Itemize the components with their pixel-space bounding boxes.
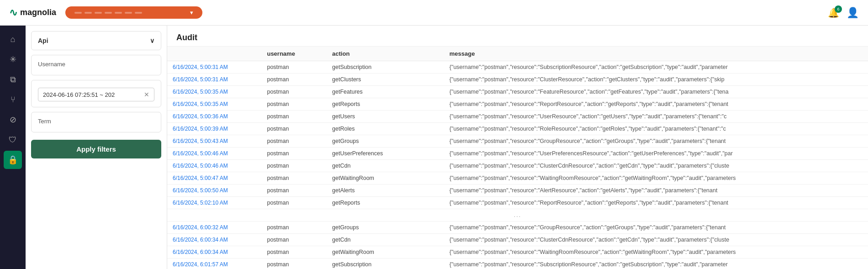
- cell-username: postman: [261, 74, 327, 86]
- table-row: 6/16/2024, 5:00:46 AM postman getCdn {"u…: [167, 160, 868, 172]
- cell-message: {"username":"postman","resource":"GroupR…: [444, 222, 868, 234]
- cell-message: {"username":"postman","resource":"Featur…: [444, 86, 868, 98]
- table-row: 6/16/2024, 5:00:31 AM postman getCluster…: [167, 74, 868, 86]
- cell-username: postman: [261, 135, 327, 148]
- cell-action: getClusters: [327, 74, 444, 86]
- main-layout: ⌂ ✳ ⧉ ⑂ ⊘ 🛡 🔒 Api ∨ Username ✕ Te: [0, 26, 868, 269]
- nav-pill-chevron: ▾: [190, 9, 193, 16]
- rail-layers-icon[interactable]: ⧉: [4, 70, 22, 89]
- pill-seg-4: [105, 12, 112, 14]
- nav-pill-inner: [74, 12, 142, 14]
- cell-username: postman: [261, 246, 327, 258]
- cell-message: {"username":"postman","resource":"Report…: [444, 197, 868, 209]
- audit-table-container[interactable]: username action message 6/16/2024, 5:00:…: [167, 47, 868, 269]
- cell-time: 6/16/2024, 5:00:31 AM: [167, 61, 261, 74]
- table-row: 6/16/2024, 6:00:34 AM postman getWaiting…: [167, 246, 868, 258]
- table-row: 6/16/2024, 6:01:57 AM postman getSubscri…: [167, 258, 868, 269]
- table-row: 6/16/2024, 6:00:32 AM postman getGroups …: [167, 222, 868, 234]
- api-section-header[interactable]: Api ∨: [38, 37, 154, 44]
- rail-shield-icon[interactable]: 🛡: [4, 131, 22, 149]
- clear-date-icon[interactable]: ✕: [144, 91, 149, 98]
- pill-seg-7: [135, 12, 142, 14]
- cell-action: getCdn: [327, 234, 444, 246]
- cell-time: 6/16/2024, 5:00:43 AM: [167, 135, 261, 148]
- table-row: 6/16/2024, 5:00:47 AM postman getWaiting…: [167, 172, 868, 185]
- pill-seg-1: [74, 12, 82, 14]
- table-header: username action message: [167, 47, 868, 61]
- table-row: 6/16/2024, 5:00:39 AM postman getRoles {…: [167, 123, 868, 135]
- cell-message: {"username":"postman","resource":"AlertR…: [444, 185, 868, 197]
- content-area: Audit username action message 6/16/2024,…: [167, 26, 868, 269]
- table-row: 6/16/2024, 5:00:50 AM postman getAlerts …: [167, 185, 868, 197]
- rail-home-icon[interactable]: ⌂: [4, 30, 22, 48]
- col-username: username: [261, 47, 327, 61]
- apply-filters-button[interactable]: Apply filters: [31, 140, 161, 158]
- nav-pill[interactable]: ▾: [65, 6, 202, 19]
- cell-time: 6/16/2024, 5:00:46 AM: [167, 160, 261, 172]
- date-range-input[interactable]: [43, 91, 141, 98]
- cell-action: getUsers: [327, 111, 444, 123]
- table-row: 6/16/2024, 5:00:35 AM postman getFeature…: [167, 86, 868, 98]
- rail-branch-icon[interactable]: ⑂: [4, 90, 22, 109]
- cell-action: getWaitingRoom: [327, 172, 444, 185]
- cell-action: getFeatures: [327, 86, 444, 98]
- table-row: 6/16/2024, 5:02:10 AM postman getReports…: [167, 197, 868, 209]
- cell-action: getSubscription: [327, 61, 444, 74]
- rail-asterisk-icon[interactable]: ✳: [4, 50, 22, 69]
- notifications-badge: 6: [835, 5, 842, 13]
- table-row: 6/16/2024, 5:00:43 AM postman getGroups …: [167, 135, 868, 148]
- cell-message: {"username":"postman","resource":"Waitin…: [444, 172, 868, 185]
- cell-time: 6/16/2024, 5:00:36 AM: [167, 111, 261, 123]
- topbar-left: ∿ magnolia ▾: [9, 6, 202, 19]
- table-row: 6/16/2024, 6:00:34 AM postman getCdn {"u…: [167, 234, 868, 246]
- cell-message: {"username":"postman","resource":"Subscr…: [444, 258, 868, 269]
- table-row: ...: [167, 209, 868, 222]
- cell-username: postman: [261, 61, 327, 74]
- cell-username: postman: [261, 123, 327, 135]
- cell-action: getGroups: [327, 135, 444, 148]
- cell-message: {"username":"postman","resource":"GroupR…: [444, 135, 868, 148]
- table-row: 6/16/2024, 5:00:31 AM postman getSubscri…: [167, 61, 868, 74]
- cell-username: postman: [261, 111, 327, 123]
- sidebar: Api ∨ Username ✕ Term Apply filters: [26, 26, 167, 269]
- cell-time: 6/16/2024, 6:00:34 AM: [167, 234, 261, 246]
- rail-ban-icon[interactable]: ⊘: [4, 111, 22, 129]
- table-body: 6/16/2024, 5:00:31 AM postman getSubscri…: [167, 61, 868, 269]
- pill-seg-2: [85, 12, 92, 14]
- cell-username: postman: [261, 160, 327, 172]
- page-title: Audit: [167, 26, 868, 47]
- user-button[interactable]: 👤: [847, 7, 859, 19]
- cell-time: 6/16/2024, 5:02:10 AM: [167, 197, 261, 209]
- cell-time: 6/16/2024, 5:00:39 AM: [167, 123, 261, 135]
- cell-username: postman: [261, 185, 327, 197]
- col-time: [167, 47, 261, 61]
- cell-message: {"username":"postman","resource":"UserPr…: [444, 148, 868, 160]
- cell-username: postman: [261, 197, 327, 209]
- cell-action: getReports: [327, 98, 444, 111]
- cell-username: postman: [261, 172, 327, 185]
- icon-rail: ⌂ ✳ ⧉ ⑂ ⊘ 🛡 🔒: [0, 26, 26, 269]
- cell-message: {"username":"postman","resource":"Cluste…: [444, 160, 868, 172]
- cell-time: 6/16/2024, 5:00:50 AM: [167, 185, 261, 197]
- cell-username: postman: [261, 86, 327, 98]
- cell-time: 6/16/2024, 6:00:34 AM: [167, 246, 261, 258]
- logo: ∿ magnolia: [9, 7, 56, 19]
- cell-message: {"username":"postman","resource":"Subscr…: [444, 61, 868, 74]
- col-action: action: [327, 47, 444, 61]
- audit-table: username action message 6/16/2024, 5:00:…: [167, 47, 868, 269]
- username-label: Username: [38, 61, 154, 68]
- rail-lock-icon[interactable]: 🔒: [4, 151, 22, 169]
- cell-username: postman: [261, 222, 327, 234]
- notifications-button[interactable]: 🔔 6: [828, 7, 839, 18]
- term-label: Term: [38, 118, 154, 125]
- cell-action: getReports: [327, 197, 444, 209]
- table-row: 6/16/2024, 5:00:46 AM postman getUserPre…: [167, 148, 868, 160]
- date-range-section: ✕: [31, 80, 161, 107]
- cell-message: {"username":"postman","resource":"RoleRe…: [444, 123, 868, 135]
- term-section: Term: [31, 112, 161, 132]
- cell-message: {"username":"postman","resource":"Cluste…: [444, 234, 868, 246]
- cell-time: 6/16/2024, 5:00:35 AM: [167, 98, 261, 111]
- table-row: 6/16/2024, 5:00:35 AM postman getReports…: [167, 98, 868, 111]
- logo-text: magnolia: [20, 8, 56, 17]
- cell-username: postman: [261, 98, 327, 111]
